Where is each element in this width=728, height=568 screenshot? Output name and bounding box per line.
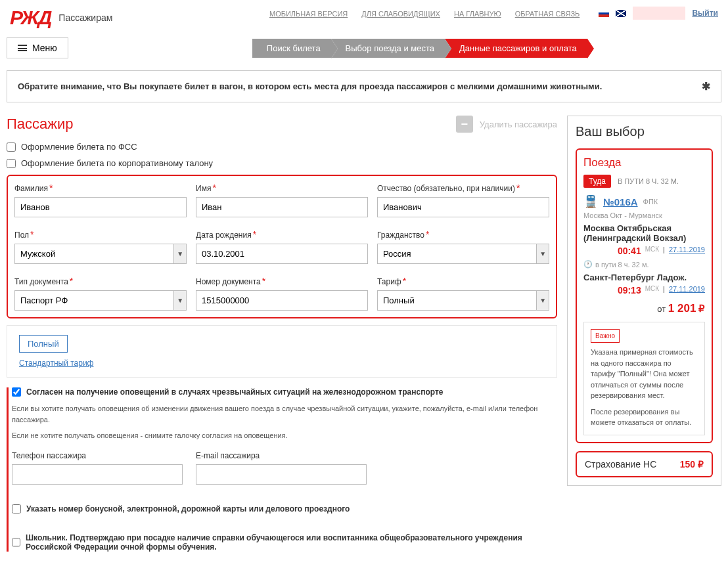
price: 1 201 <box>668 302 696 315</box>
flag-en-icon[interactable] <box>616 10 626 17</box>
insurance-box[interactable]: Страхование НС 150 ₽ <box>576 451 713 477</box>
train-icon: 🚆 <box>583 194 598 209</box>
birthdate-label: Дата рождения <box>196 230 252 240</box>
school-checkbox[interactable] <box>12 538 20 547</box>
tariff-name: Полный <box>19 335 68 353</box>
patronymic-input[interactable] <box>377 197 549 217</box>
from-date[interactable]: 27.11.2019 <box>669 246 705 256</box>
passenger-title: Пассажир <box>7 116 74 133</box>
sidebar: Ваш выбор Поезда Туда В ПУТИ 8 Ч. 32 М. … <box>567 116 721 486</box>
mobile-link[interactable]: МОБИЛЬНАЯ ВЕРСИЯ <box>269 10 348 18</box>
price-from: от <box>657 304 666 314</box>
birthdate-input[interactable] <box>196 244 368 264</box>
email-input[interactable] <box>196 464 367 485</box>
doctype-select[interactable] <box>14 290 174 311</box>
logo[interactable]: РЖД Пассажирам <box>10 7 112 29</box>
menu-label: Меню <box>32 43 57 53</box>
tariff-info: Полный Стандартный тариф <box>7 325 557 378</box>
duration-text: в пути 8 ч. 32 м. <box>595 261 649 269</box>
chevron-down-icon[interactable]: ▼ <box>537 290 549 311</box>
feedback-link[interactable]: ОБРАТНАЯ СВЯЗЬ <box>515 10 580 18</box>
logo-text: РЖД <box>10 7 51 29</box>
firstname-label: Имя <box>196 184 211 193</box>
consent-text2: Если не хотите получать оповещения - сни… <box>12 430 557 441</box>
lastname-label: Фамилия <box>14 184 48 193</box>
accessibility-link[interactable]: ДЛЯ СЛАБОВИДЯЩИХ <box>361 10 440 18</box>
insurance-price: 150 <box>680 459 695 470</box>
delete-passenger-button[interactable]: − <box>456 116 473 133</box>
important-badge: Важно <box>591 329 620 343</box>
important-box: Важно Указана примерная стоимость на одн… <box>583 322 705 435</box>
phone-input[interactable] <box>12 464 183 485</box>
chevron-down-icon[interactable]: ▼ <box>537 244 549 264</box>
bc-step-select[interactable]: Выбор поезда и места <box>331 39 445 58</box>
consent-title: Согласен на получение оповещений в случа… <box>26 387 443 397</box>
logo-subtitle: Пассажирам <box>58 12 112 23</box>
tariff-select[interactable] <box>377 290 537 311</box>
gender-label: Пол <box>14 230 29 240</box>
notice-bar: Обратите внимание, что Вы покупаете биле… <box>7 70 721 102</box>
bc-step-payment: Данные пассажиров и оплата <box>445 39 587 58</box>
bonus-checkbox[interactable] <box>12 504 21 513</box>
patronymic-label: Отчество (обязательно, при наличии) <box>377 184 515 193</box>
breadcrumb: Поиск билета Выбор поезда и места Данные… <box>252 39 587 58</box>
corp-label: Оформление билета по корпоративному тало… <box>21 158 213 168</box>
from-tz: МСК <box>645 246 659 256</box>
citizenship-label: Гражданство <box>377 230 424 240</box>
to-tz: МСК <box>645 285 659 295</box>
tariff-label: Тариф <box>377 277 401 286</box>
trains-box: Поезда Туда В ПУТИ 8 Ч. 32 М. 🚆 №016А ФП… <box>576 148 713 443</box>
logout-link[interactable]: Выйти <box>692 9 718 18</box>
bc-step-search[interactable]: Поиск билета <box>252 39 331 58</box>
to-time: 09:13 <box>618 285 641 295</box>
email-label: E-mail пассажира <box>196 451 367 460</box>
citizenship-select[interactable] <box>377 244 537 264</box>
delete-passenger-label: Удалить пассажира <box>480 120 557 129</box>
menu-button[interactable]: Меню <box>7 37 68 58</box>
phone-label: Телефон пассажира <box>12 451 183 460</box>
corp-checkbox[interactable] <box>7 159 16 168</box>
fss-label: Оформление билета по ФСС <box>21 142 137 152</box>
flag-ru-icon[interactable] <box>599 10 609 17</box>
hamburger-icon <box>18 45 27 51</box>
to-station: Санкт-Петербург Ладож. <box>583 273 705 282</box>
gender-select[interactable] <box>14 244 174 264</box>
travel-time: В ПУТИ 8 Ч. 32 М. <box>618 177 679 185</box>
sidebar-title: Ваш выбор <box>576 124 713 139</box>
ruble-icon: ₽ <box>698 459 704 470</box>
docnum-input[interactable] <box>196 290 368 311</box>
train-number[interactable]: №016А <box>603 196 638 208</box>
consent-text1: Если вы хотите получать оповещения об из… <box>12 403 557 425</box>
from-time: 00:41 <box>618 246 641 256</box>
trains-label: Поезда <box>583 156 705 169</box>
ruble-icon: ₽ <box>698 303 705 314</box>
consent-checkbox[interactable] <box>12 387 21 397</box>
lastname-input[interactable] <box>14 197 187 217</box>
home-link[interactable]: НА ГЛАВНУЮ <box>454 10 501 18</box>
to-date[interactable]: 27.11.2019 <box>669 285 705 295</box>
chevron-down-icon[interactable]: ▼ <box>174 290 187 311</box>
insurance-label: Страхование НС <box>585 459 656 470</box>
direction-badge: Туда <box>583 175 611 188</box>
chevron-down-icon[interactable]: ▼ <box>174 244 187 264</box>
top-links: МОБИЛЬНАЯ ВЕРСИЯ ДЛЯ СЛАБОВИДЯЩИХ НА ГЛА… <box>269 10 591 18</box>
docnum-label: Номер документа <box>196 277 261 286</box>
school-label: Школьник. Подтверждаю при посадке наличи… <box>26 533 557 552</box>
doctype-label: Тип документа <box>14 277 68 286</box>
fss-checkbox[interactable] <box>7 142 16 152</box>
gear-icon[interactable]: ✱ <box>702 80 710 93</box>
clock-icon: 🕐 <box>583 260 593 269</box>
route: Москва Окт - Мурманск <box>583 211 705 219</box>
train-operator: ФПК <box>643 198 658 206</box>
passenger-form: Фамилия* Имя* Отчество (обязательно, при… <box>7 175 557 318</box>
important-text1: Указана примерная стоимость на одного па… <box>591 347 698 401</box>
notice-text: Обратите внимание, что Вы покупаете биле… <box>18 81 602 91</box>
tariff-sub[interactable]: Стандартный тариф <box>19 359 93 368</box>
from-station: Москва Октябрьская (Ленинградский Вокзал… <box>583 223 705 243</box>
bonus-label: Указать номер бонусной, электронной, дор… <box>26 504 350 513</box>
firstname-input[interactable] <box>196 197 368 217</box>
user-badge[interactable] <box>633 7 685 20</box>
important-text2: После резервирования вы можете отказатьс… <box>591 406 698 428</box>
